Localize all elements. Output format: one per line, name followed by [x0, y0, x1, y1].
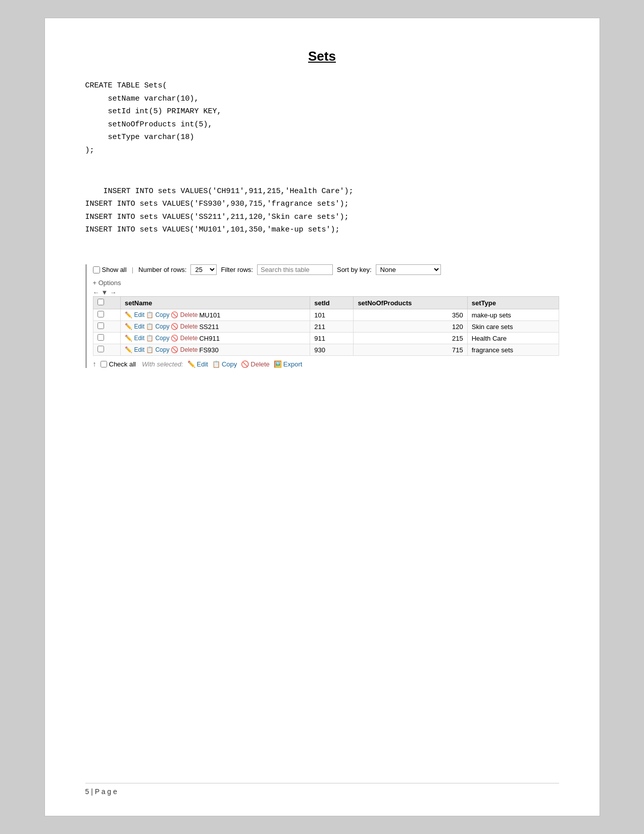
copy-button[interactable]: 📋 Copy: [146, 323, 169, 330]
nav-bar: ← ▼ →: [93, 289, 559, 296]
setname-value: SS211: [199, 323, 219, 331]
show-all-label[interactable]: Show all: [93, 266, 127, 273]
col-header-checkbox: [93, 297, 121, 309]
table-toolbar: Show all | Number of rows: 25 50 100 Fil…: [93, 264, 559, 275]
filter-rows-label: Filter rows:: [221, 266, 253, 273]
bottom-bar: ↑ Check all With selected: ✏️ Edit 📋 Cop…: [93, 360, 559, 368]
delete-icon-bottom: 🚫: [241, 360, 249, 368]
num-rows-select[interactable]: 25 50 100: [190, 264, 217, 275]
table-section: Show all | Number of rows: 25 50 100 Fil…: [85, 264, 559, 368]
with-selected-label: With selected:: [142, 360, 183, 368]
delete-button[interactable]: 🚫 Delete: [171, 335, 197, 342]
nav-right-arrow[interactable]: →: [110, 289, 116, 296]
insert-statements-code: INSERT INTO sets VALUES('CH911',911,215,…: [85, 172, 559, 249]
table-row: ✏️ Edit 📋 Copy 🚫 Delete CH911 911215Heal…: [93, 333, 559, 344]
header-checkbox[interactable]: [97, 299, 104, 305]
row-checkbox[interactable]: [97, 334, 104, 341]
insert-3: INSERT INTO sets VALUES('SS211',211,120,…: [85, 213, 349, 221]
export-icon-bottom: 🖼️: [274, 360, 282, 368]
edit-button[interactable]: ✏️ Edit: [125, 323, 144, 330]
insert-4: INSERT INTO sets VALUES('MU101',101,350,…: [85, 225, 340, 234]
setid-cell: 211: [310, 321, 354, 333]
search-input[interactable]: [257, 264, 333, 275]
page-title: Sets: [85, 49, 559, 64]
sort-by-label: Sort by key:: [337, 266, 372, 273]
setnoof-cell: 350: [354, 309, 467, 321]
settype-cell: make-up sets: [467, 309, 559, 321]
bottom-edit-button[interactable]: ✏️ Edit: [187, 360, 208, 368]
settype-cell: Skin care sets: [467, 321, 559, 333]
setnoof-cell: 715: [354, 344, 467, 356]
check-all-checkbox[interactable]: [101, 361, 107, 367]
row-actions: ✏️ Edit 📋 Copy 🚫 Delete FS930: [125, 346, 306, 354]
copy-button[interactable]: 📋 Copy: [146, 335, 169, 342]
setname-value: MU101: [199, 311, 220, 319]
bottom-copy-button[interactable]: 📋 Copy: [212, 360, 237, 368]
row-checkbox[interactable]: [97, 311, 104, 317]
setname-value: FS930: [199, 346, 218, 354]
copy-button[interactable]: 📋 Copy: [146, 346, 169, 353]
edit-button[interactable]: ✏️ Edit: [125, 311, 144, 318]
page-footer: 5 | P a g e: [85, 783, 559, 796]
scroll-up-arrow[interactable]: ↑: [93, 360, 96, 368]
edit-button[interactable]: ✏️ Edit: [125, 346, 144, 353]
bottom-export-button[interactable]: 🖼️ Export: [274, 360, 303, 368]
row-actions: ✏️ Edit 📋 Copy 🚫 Delete SS211: [125, 323, 306, 331]
table-row: ✏️ Edit 📋 Copy 🚫 Delete SS211 211120Skin…: [93, 321, 559, 333]
settype-cell: fragrance sets: [467, 344, 559, 356]
row-actions: ✏️ Edit 📋 Copy 🚫 Delete MU101: [125, 311, 306, 319]
delete-button[interactable]: 🚫 Delete: [171, 346, 197, 353]
sort-select[interactable]: None setName setId setNoOfProducts setTy…: [376, 264, 441, 275]
col-header-setname: setName: [121, 297, 310, 309]
show-all-checkbox[interactable]: [93, 266, 100, 273]
setid-cell: 101: [310, 309, 354, 321]
options-bar[interactable]: + Options: [93, 279, 559, 287]
col-header-setid: setId: [310, 297, 354, 309]
footer-page-num: 5: [85, 787, 89, 796]
delete-button[interactable]: 🚫 Delete: [171, 323, 197, 330]
data-table: setName setId setNoOfProducts setType ✏️…: [93, 296, 559, 356]
row-checkbox[interactable]: [97, 322, 104, 329]
row-checkbox[interactable]: [97, 346, 104, 352]
col-header-settype: setType: [467, 297, 559, 309]
table-row: ✏️ Edit 📋 Copy 🚫 Delete MU101 101350make…: [93, 309, 559, 321]
setid-cell: 911: [310, 333, 354, 344]
settype-cell: Health Care: [467, 333, 559, 344]
copy-button[interactable]: 📋 Copy: [146, 311, 169, 318]
row-actions: ✏️ Edit 📋 Copy 🚫 Delete CH911: [125, 335, 306, 342]
col-header-setnoof: setNoOfProducts: [354, 297, 467, 309]
setnoof-cell: 215: [354, 333, 467, 344]
setnoof-cell: 120: [354, 321, 467, 333]
nav-sort-arrow[interactable]: ▼: [102, 289, 108, 296]
create-table-code: CREATE TABLE Sets( setName varchar(10), …: [85, 79, 559, 157]
setname-value: CH911: [199, 335, 219, 342]
setid-cell: 930: [310, 344, 354, 356]
edit-button[interactable]: ✏️ Edit: [125, 335, 144, 342]
num-rows-label: Number of rows:: [138, 266, 186, 273]
insert-1: INSERT INTO sets VALUES('CH911',911,215,…: [104, 187, 354, 196]
nav-left-arrow[interactable]: ←: [93, 289, 100, 296]
insert-2: INSERT INTO sets VALUES('FS930',930,715,…: [85, 200, 349, 208]
pencil-icon-bottom: ✏️: [187, 360, 195, 368]
delete-button[interactable]: 🚫 Delete: [171, 311, 197, 318]
bottom-delete-button[interactable]: 🚫 Delete: [241, 360, 270, 368]
check-all-label[interactable]: Check all: [101, 360, 136, 368]
footer-page-text: P a g e: [95, 787, 117, 796]
table-row: ✏️ Edit 📋 Copy 🚫 Delete FS930 930715frag…: [93, 344, 559, 356]
page: Sets CREATE TABLE Sets( setName varchar(…: [44, 18, 600, 816]
copy-icon-bottom: 📋: [212, 360, 220, 368]
